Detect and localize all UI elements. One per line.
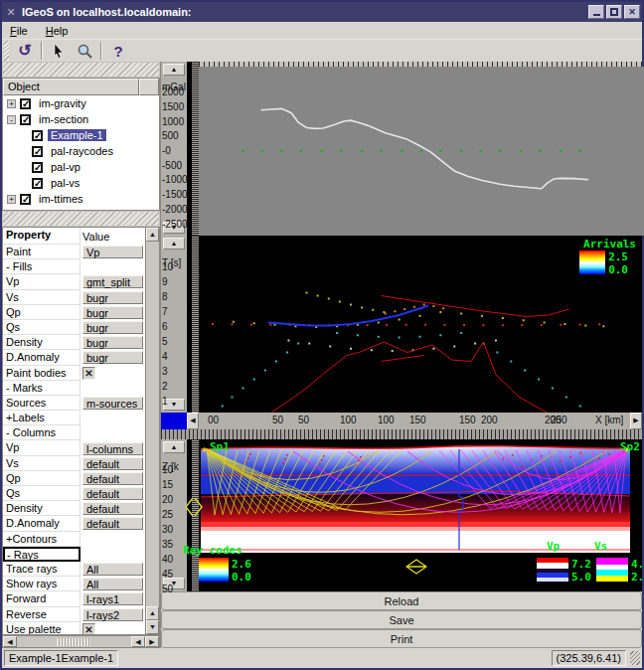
property-cell[interactable]: Vp	[3, 440, 80, 455]
minimize-button[interactable]	[588, 5, 604, 19]
value-button[interactable]: bugr	[82, 291, 143, 304]
property-cell[interactable]: Use palette	[3, 622, 80, 634]
tree-checkbox[interactable]: ✓	[32, 162, 43, 173]
value-button[interactable]: bugr	[82, 336, 143, 349]
print-button[interactable]: Print	[161, 629, 642, 648]
dock-handle[interactable]	[2, 62, 160, 78]
maximize-button[interactable]	[606, 5, 622, 19]
property-cell[interactable]: Vs	[3, 290, 80, 305]
property-cell[interactable]: - Columns	[3, 425, 80, 440]
tree-item-im-section[interactable]: -✓im-section	[3, 111, 159, 127]
scroll-down-icon[interactable]: ▼	[146, 620, 159, 634]
scroll-up-icon[interactable]: ▲	[163, 64, 185, 76]
tree-item-label[interactable]: pal-raycodes	[48, 145, 116, 157]
tree-checkbox[interactable]: ✓	[32, 178, 43, 189]
value-button[interactable]: l-rays2	[82, 608, 143, 621]
depth-slider-handle[interactable]	[185, 497, 203, 517]
tree-checkbox[interactable]: ✓	[20, 194, 31, 205]
value-cell[interactable]	[80, 259, 145, 274]
value-cell[interactable]: default	[80, 486, 145, 501]
value-cell[interactable]: l-rays1	[80, 591, 145, 606]
scroll-left-icon[interactable]: ◀	[3, 636, 17, 647]
property-cell[interactable]: - Rays	[3, 547, 80, 562]
tree-item-pal-raycodes[interactable]: ✓pal-raycodes	[3, 143, 159, 159]
value-cell[interactable]: All	[80, 562, 145, 577]
scroll-up-icon[interactable]: ▲	[163, 441, 185, 453]
value-cell[interactable]: All	[80, 577, 145, 591]
property-cell[interactable]: Qp	[3, 471, 80, 486]
tree-item-im-gravity[interactable]: +✓im-gravity	[3, 95, 159, 111]
scrollbar-track[interactable]	[146, 242, 159, 606]
horizontal-slider-handle[interactable]	[405, 559, 427, 575]
value-cell[interactable]: default	[80, 471, 145, 486]
value-button[interactable]: l-columns	[82, 442, 143, 455]
tree-item-label[interactable]: im-ttimes	[36, 193, 86, 205]
value-cell[interactable]	[80, 411, 145, 425]
x-axis-track[interactable]: 005050100100150150200200250X [km]	[199, 413, 630, 429]
scroll-left-icon[interactable]: ◀	[187, 413, 199, 429]
value-button[interactable]: l-rays1	[82, 592, 143, 605]
scroll-up-icon[interactable]: ▲	[146, 606, 159, 620]
property-cell[interactable]: +Contours	[3, 532, 80, 547]
save-button[interactable]: Save	[161, 610, 642, 629]
property-cell[interactable]: Paint bodies	[3, 366, 80, 381]
value-cell[interactable]: bugr	[80, 335, 145, 350]
tree-item-label[interactable]: im-section	[36, 113, 91, 125]
value-cell[interactable]	[80, 532, 145, 547]
scrollbar-grip[interactable]	[57, 638, 90, 646]
property-cell[interactable]: D.Anomaly	[3, 516, 80, 531]
pointer-button[interactable]	[47, 41, 71, 61]
toolbar-handle[interactable]	[4, 41, 9, 61]
undo-button[interactable]: ↺	[13, 41, 37, 61]
property-cell[interactable]: Vs	[3, 456, 80, 471]
menu-item-help[interactable]: Help	[44, 24, 71, 38]
tree-item-label[interactable]: pal-vp	[48, 161, 83, 173]
ttimes-plot[interactable]	[199, 236, 642, 413]
value-cell[interactable]: ✕	[80, 366, 145, 381]
property-cell[interactable]: D.Anomaly	[3, 350, 80, 365]
property-cell[interactable]: - Fills	[3, 259, 80, 274]
property-cell[interactable]: Trace rays	[3, 562, 80, 577]
menu-item-file[interactable]: File	[8, 24, 30, 38]
value-cell[interactable]: default	[80, 516, 145, 531]
tree-checkbox[interactable]: ✓	[32, 146, 43, 157]
value-cell[interactable]: bugr	[80, 320, 145, 335]
scroll-up-icon[interactable]: ▲	[146, 228, 159, 242]
value-cell[interactable]: m-sources	[80, 396, 145, 411]
value-button[interactable]: bugr	[82, 321, 143, 334]
zoom-button[interactable]	[73, 41, 96, 61]
tree-item-label[interactable]: pal-vs	[48, 177, 82, 189]
help-button[interactable]: ?	[106, 41, 130, 61]
value-cell[interactable]: bugr	[80, 350, 145, 365]
tree-item-pal-vp[interactable]: ✓pal-vp	[3, 159, 159, 175]
scrollbar-track[interactable]	[17, 636, 131, 647]
tree-item-im-ttimes[interactable]: +✓im-ttimes	[3, 191, 159, 207]
value-button[interactable]: default	[82, 517, 143, 530]
tree-checkbox[interactable]: ✓	[32, 130, 43, 141]
tree-item-label[interactable]: Example-1	[48, 129, 106, 141]
tree-item-Example-1[interactable]: ✓Example-1	[3, 127, 159, 143]
property-cell[interactable]: Qs	[3, 486, 80, 501]
scroll-up-icon[interactable]: ▲	[163, 238, 185, 250]
property-cell[interactable]: +Labels	[3, 411, 80, 425]
value-cell[interactable]	[80, 381, 145, 396]
close-button[interactable]: ✕	[624, 5, 640, 19]
value-checkbox[interactable]: ✕	[82, 367, 95, 380]
value-button[interactable]: bugr	[82, 306, 143, 319]
property-cell[interactable]: - Marks	[3, 381, 80, 396]
property-cell[interactable]: Vp	[3, 274, 80, 289]
value-button[interactable]: default	[82, 457, 143, 470]
tree-checkbox[interactable]: ✓	[20, 114, 31, 125]
value-cell[interactable]	[80, 547, 145, 562]
tree-item-pal-vs[interactable]: ✓pal-vs	[3, 175, 159, 191]
property-cell[interactable]: Sources	[3, 396, 80, 411]
property-cell[interactable]: Reverse	[3, 607, 80, 622]
tree-checkbox[interactable]: ✓	[20, 98, 31, 109]
value-button[interactable]: default	[82, 487, 143, 500]
table-header-value[interactable]: Value	[80, 228, 145, 245]
value-cell[interactable]: default	[80, 501, 145, 516]
value-button[interactable]: All	[82, 563, 143, 576]
table-vertical-scrollbar[interactable]: ▲ ▲ ▼	[145, 228, 159, 634]
value-button[interactable]: default	[82, 472, 143, 485]
value-cell[interactable]: ✕	[80, 622, 145, 634]
